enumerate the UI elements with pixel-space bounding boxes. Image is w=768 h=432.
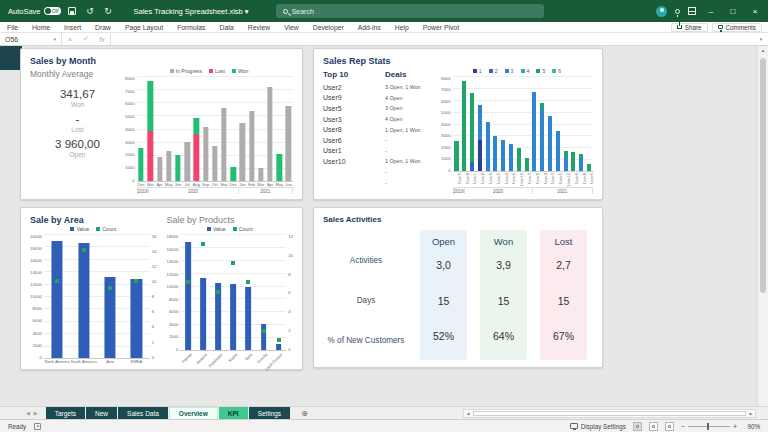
formula-input[interactable] — [110, 33, 754, 45]
table-row: User94 Open — [323, 93, 441, 104]
restore-button[interactable]: □ — [726, 7, 740, 16]
save-button[interactable] — [66, 5, 79, 18]
ribbon-tab-insert[interactable]: Insert — [57, 22, 88, 32]
zoom-in-button[interactable]: + — [733, 423, 737, 430]
undo-button[interactable]: ↺ — [84, 5, 97, 18]
sale-by-area-chart[interactable]: ValueCount200001800016000140001200010000… — [30, 225, 157, 364]
scroll-up-icon[interactable]: ▲ — [758, 46, 768, 53]
share-icon — [677, 25, 682, 29]
table-row: User101 Open, 1 Won — [323, 156, 441, 167]
zoom-slider-thumb[interactable] — [707, 423, 709, 430]
chart-bar — [164, 76, 173, 181]
vertical-scroll-thumb[interactable] — [760, 58, 766, 293]
ribbon-tab-view[interactable]: View — [277, 22, 306, 32]
share-button[interactable]: Share — [671, 23, 708, 32]
comments-icon — [718, 25, 723, 29]
name-box[interactable]: O56 ▾ — [0, 33, 62, 45]
sheet-tab-sales-data[interactable]: Sales Data — [118, 407, 168, 419]
activities-row-labels: ActivitiesDays% of New Customers — [325, 230, 407, 360]
ribbon-tab-power-pivot[interactable]: Power Pivot — [416, 22, 466, 32]
sheet-tab-overview[interactable]: Overview — [169, 407, 218, 419]
ribbon-tab-home[interactable]: Home — [25, 22, 57, 32]
scroll-left-icon[interactable]: ◀ — [464, 411, 472, 416]
chart-bar — [515, 76, 523, 171]
search-icon — [283, 9, 288, 14]
chart-bar — [468, 76, 476, 171]
sheet-tab-new[interactable]: New — [86, 407, 117, 419]
page-layout-view-button[interactable] — [649, 422, 658, 431]
monthly-average-stats: Monthly Average 341,67Won-Lost3 960,00Op… — [30, 67, 125, 194]
ribbon-tab-file[interactable]: File — [0, 22, 25, 32]
ribbon-tab-draw[interactable]: Draw — [88, 22, 118, 32]
sheet-nav-right-icon[interactable]: ▶ — [34, 410, 38, 416]
enter-button[interactable]: ✓ — [78, 33, 94, 45]
table-row: - — [323, 167, 441, 178]
chart-bar — [453, 76, 461, 171]
horizontal-scrollbar[interactable]: ◀ ▶ — [463, 409, 756, 418]
sales-by-month-chart[interactable]: In ProgressLostWon8000700060005000400030… — [125, 67, 293, 194]
top10-deals-table: Top 10 Deals User23 Open, 1 WonUser94 Op… — [323, 67, 441, 194]
zoom-out-button[interactable]: − — [681, 423, 685, 430]
chart-bar — [562, 76, 570, 171]
sheet-nav-left-icon[interactable]: ◀ — [26, 410, 30, 416]
autosave-toggle-pill[interactable]: Off — [44, 7, 61, 15]
ribbon-tab-review[interactable]: Review — [241, 22, 277, 32]
redo-button[interactable]: ↻ — [102, 5, 115, 18]
title-bar: AutoSave Off ↺ ↻ Sales Tracking Spreadsh… — [0, 0, 768, 22]
chart-bar — [210, 76, 219, 181]
chart-bar — [97, 234, 123, 358]
sale-by-products-chart[interactable]: ValueCount180001600014000120001000080006… — [167, 225, 294, 364]
document-title[interactable]: Sales Tracking Spreadsheet.xlsb ▾ — [134, 7, 249, 16]
chart-bar — [570, 76, 578, 171]
formula-bar-expand-icon[interactable]: ▾ — [754, 33, 768, 45]
sales-by-month-card: Sales by Month Monthly Average 341,67Won… — [20, 48, 303, 200]
minimize-button[interactable]: – — [704, 7, 718, 16]
scroll-right-icon[interactable]: ▶ — [747, 411, 755, 416]
autosave-toggle[interactable]: AutoSave Off — [4, 7, 61, 16]
ribbon-tab-formulas[interactable]: Formulas — [170, 22, 212, 32]
chart-bar — [531, 76, 539, 171]
monthly-average-label: Monthly Average — [30, 69, 125, 79]
sheet-tab-kpi[interactable]: KPI — [219, 407, 248, 419]
horizontal-scroll-thumb[interactable] — [473, 411, 746, 416]
sales-rep-stats-card: Sales Rep Stats Top 10 Deals User23 Open… — [313, 48, 603, 200]
chart-bar — [137, 76, 146, 181]
chart-bar — [492, 76, 500, 171]
dark-cell-block — [0, 46, 22, 70]
table-row: User53 Open — [323, 103, 441, 114]
search-input[interactable]: Search — [276, 4, 544, 18]
worksheet-area[interactable]: Sales by Month Monthly Average 341,67Won… — [0, 46, 768, 406]
normal-view-button[interactable] — [633, 422, 642, 431]
chart-bar — [256, 76, 265, 181]
sheet-tab-settings[interactable]: Settings — [249, 407, 291, 419]
namebox-dropdown-icon[interactable]: ▾ — [53, 36, 56, 42]
ribbon-tab-add-ins[interactable]: Add-ins — [351, 22, 388, 32]
ribbon-display-options-icon[interactable] — [688, 7, 696, 15]
ribbon-tab-page-layout[interactable]: Page Layout — [118, 22, 170, 32]
page-break-view-button[interactable] — [665, 422, 674, 431]
chart-bar — [284, 76, 293, 181]
sales-rep-chart[interactable]: 123456800070006000500040003000200010000U… — [441, 67, 593, 194]
add-sheet-button[interactable]: ⊕ — [291, 407, 318, 419]
cancel-button[interactable]: × — [62, 33, 78, 45]
account-avatar[interactable] — [656, 6, 667, 17]
accessibility-icon[interactable] — [34, 423, 41, 430]
chart-bar — [247, 76, 256, 181]
comments-button[interactable]: Comments — [712, 23, 762, 32]
ribbon-tab-developer[interactable]: Developer — [306, 22, 351, 32]
display-settings-button[interactable]: Display Settings — [570, 423, 626, 430]
ribbon-tab-data[interactable]: Data — [212, 22, 240, 32]
zoom-level[interactable]: 90% — [744, 423, 760, 430]
sheet-tab-targets[interactable]: Targets — [46, 407, 85, 419]
zoom-slider[interactable] — [688, 426, 730, 427]
close-button[interactable]: × — [748, 7, 762, 16]
insert-function-button[interactable]: fx — [94, 33, 110, 45]
table-row: User81 Open, 1 Won — [323, 124, 441, 135]
lightbulb-icon[interactable] — [675, 9, 680, 14]
ready-status: Ready — [0, 423, 26, 430]
status-bar: Ready Display Settings − + 90% — [0, 419, 768, 432]
ribbon-tab-help[interactable]: Help — [388, 22, 416, 32]
chart-bar — [123, 234, 149, 358]
vertical-scrollbar[interactable]: ▲ — [757, 46, 768, 406]
chart-bar — [238, 76, 247, 181]
